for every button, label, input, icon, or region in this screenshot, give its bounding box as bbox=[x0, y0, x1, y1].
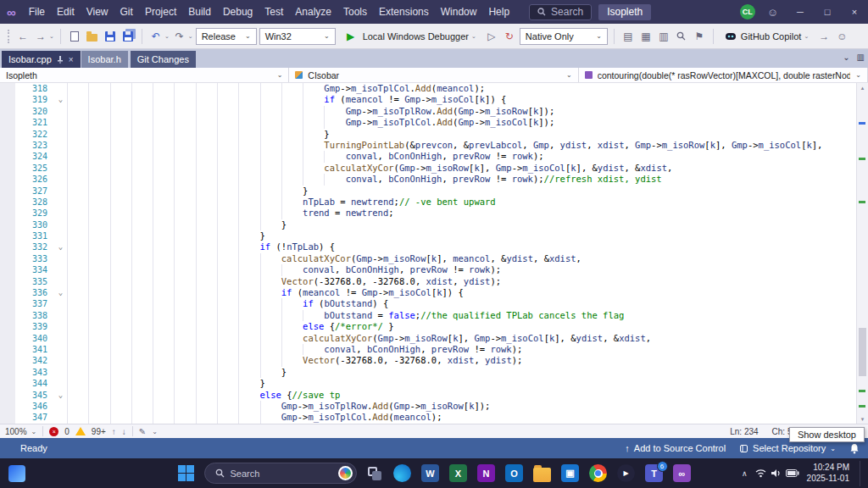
active-files-dropdown-icon[interactable]: ⌄ bbox=[843, 53, 849, 62]
breakpoint-margin[interactable] bbox=[0, 186, 15, 197]
breakpoint-margin[interactable] bbox=[0, 276, 15, 287]
code-line[interactable]: 331} bbox=[0, 230, 856, 241]
breakpoint-margin[interactable] bbox=[0, 355, 15, 366]
redo-icon[interactable]: ↷ bbox=[172, 28, 187, 45]
menu-extensions[interactable]: Extensions bbox=[373, 0, 435, 24]
code-line[interactable]: 342Vector(-32768.0, -32768.0, xdist, ydi… bbox=[0, 355, 856, 366]
breakpoint-margin[interactable] bbox=[0, 287, 15, 298]
solution-explorer-icon[interactable]: ▤ bbox=[620, 28, 636, 45]
code-line[interactable]: 333calculatXyCor(Gmp->m_isoRow[k], meanc… bbox=[0, 253, 856, 264]
code-line[interactable]: 339else {/*error*/ } bbox=[0, 321, 856, 332]
breakpoint-margin[interactable] bbox=[0, 378, 15, 389]
breakpoint-margin[interactable] bbox=[0, 344, 15, 355]
solution-name-chip[interactable]: Isopleth bbox=[598, 4, 651, 20]
code-line[interactable]: 322} bbox=[0, 129, 856, 140]
scroll-up-icon[interactable]: ▴ bbox=[857, 83, 868, 92]
project-scope-dropdown[interactable]: Isopleth ⌄ bbox=[0, 68, 289, 82]
breakpoint-margin[interactable] bbox=[0, 174, 15, 185]
send-feedback-icon[interactable]: ☺ bbox=[834, 28, 849, 45]
close-tab-icon[interactable]: × bbox=[69, 55, 74, 64]
code-line[interactable]: 335Vector(-32768.0, -32768.0, xdist, ydi… bbox=[0, 276, 856, 287]
code-line[interactable]: 318Gmp->m_isoTplCol.Add(meancol); bbox=[0, 83, 856, 94]
redo-dropdown-icon[interactable]: ⌄ bbox=[188, 33, 193, 40]
code-line[interactable]: 347Gmp->m_isoTplCol.Add(meancol); bbox=[0, 412, 856, 423]
analysis-scope-dropdown[interactable]: Native Only ⌄ bbox=[520, 28, 608, 45]
code-line[interactable]: 336⌄if (meancol != Gmp->m_isoCol[k]) { bbox=[0, 287, 856, 298]
visual-studio-icon[interactable]: ∞ bbox=[672, 463, 693, 484]
platform-dropdown[interactable]: Win32 ⌄ bbox=[259, 28, 336, 45]
start-without-debugging-icon[interactable]: ▷ bbox=[484, 28, 499, 45]
menu-edit[interactable]: Edit bbox=[51, 0, 81, 24]
menu-test[interactable]: Test bbox=[259, 0, 289, 24]
task-view-icon[interactable] bbox=[364, 463, 385, 484]
pin-icon[interactable] bbox=[57, 56, 64, 64]
quick-settings-button[interactable] bbox=[755, 469, 799, 478]
show-desktop-button[interactable] bbox=[860, 461, 863, 486]
fold-chevron-icon[interactable]: ⌄ bbox=[54, 390, 67, 401]
navigate-forward-icon[interactable]: → bbox=[33, 28, 48, 45]
chrome-icon[interactable] bbox=[588, 463, 609, 484]
menu-file[interactable]: File bbox=[23, 0, 51, 24]
close-button[interactable]: × bbox=[841, 0, 868, 24]
line-indicator[interactable]: Ln: 234 bbox=[730, 427, 758, 436]
menu-window[interactable]: Window bbox=[435, 0, 483, 24]
breakpoint-margin[interactable] bbox=[0, 219, 15, 230]
fold-chevron-icon[interactable]: ⌄ bbox=[54, 241, 67, 252]
save-icon[interactable] bbox=[103, 28, 118, 45]
breakpoint-margin[interactable] bbox=[0, 163, 15, 174]
breakpoint-margin[interactable] bbox=[0, 129, 15, 140]
code-line[interactable]: 343} bbox=[0, 367, 856, 378]
output-window-icon[interactable]: ▥ bbox=[656, 28, 671, 45]
code-line[interactable]: 321Gmp->m_isoTplCol.Add(Gmp->m_isoCol[k]… bbox=[0, 117, 856, 128]
start-button[interactable] bbox=[176, 463, 197, 484]
navigation-dropdown-icon[interactable]: ⌄ bbox=[49, 33, 54, 40]
word-icon[interactable]: W bbox=[420, 463, 441, 484]
breakpoint-margin[interactable] bbox=[0, 401, 15, 412]
code-line[interactable]: 340calculatXyCor(Gmp->m_isoRow[k], Gmp->… bbox=[0, 333, 856, 344]
code-line[interactable]: 345⌄else {//save tp bbox=[0, 390, 856, 401]
toolbar-grip[interactable] bbox=[8, 30, 10, 43]
taskbar-clock[interactable]: 10:24 PM 2025-11-01 bbox=[807, 463, 849, 484]
breakpoint-margin[interactable] bbox=[0, 321, 15, 332]
minimize-button[interactable]: ─ bbox=[787, 0, 814, 24]
onenote-icon[interactable]: N bbox=[476, 463, 497, 484]
hidden-icons-chevron-icon[interactable]: ∧ bbox=[742, 469, 748, 478]
new-file-icon[interactable] bbox=[67, 28, 82, 45]
code-lines[interactable]: 318Gmp->m_isoTplCol.Add(meancol);319⌄if … bbox=[0, 83, 856, 424]
code-line[interactable]: 330} bbox=[0, 219, 856, 230]
breakpoint-margin[interactable] bbox=[0, 140, 15, 151]
code-line[interactable]: 346Gmp->m_isoTplRow.Add(Gmp->m_isoRow[k]… bbox=[0, 401, 856, 412]
menu-debug[interactable]: Debug bbox=[217, 0, 259, 24]
code-line[interactable]: 332⌄if (!nTpLab) { bbox=[0, 241, 856, 252]
breakpoint-margin[interactable] bbox=[0, 197, 15, 208]
fold-chevron-icon[interactable]: ⌄ bbox=[54, 287, 67, 298]
code-line[interactable]: 341conval, bConOnHigh, prevRow != rowk); bbox=[0, 344, 856, 355]
breakpoint-margin[interactable] bbox=[0, 367, 15, 378]
widgets-icon[interactable] bbox=[8, 465, 25, 482]
scroll-down-icon[interactable]: ▾ bbox=[857, 414, 868, 424]
member-dropdown[interactable]: contouring(double(* rasRowVector)[MAXCOL… bbox=[579, 68, 868, 82]
zoom-control[interactable]: 100% ⌄ bbox=[5, 427, 36, 436]
feedback-icon[interactable]: ☺ bbox=[767, 6, 778, 19]
breakpoint-margin[interactable] bbox=[0, 253, 15, 264]
code-line[interactable]: 324conval, bConOnHigh, prevRow != rowk); bbox=[0, 151, 856, 162]
code-line[interactable]: 323TurningPointLab(&prevcon, &prevLabcol… bbox=[0, 140, 856, 151]
add-to-source-control-button[interactable]: ↑ Add to Source Control bbox=[625, 443, 726, 453]
breakpoint-margin[interactable] bbox=[0, 298, 15, 309]
code-line[interactable]: 328nTpLab = newtrend;// -ve bent upward bbox=[0, 197, 856, 208]
breakpoint-margin[interactable] bbox=[0, 241, 15, 252]
maximize-button[interactable]: □ bbox=[814, 0, 841, 24]
user-avatar[interactable]: CL bbox=[740, 4, 755, 19]
notifications-bell-icon[interactable] bbox=[849, 443, 860, 454]
tab-isobar-cpp[interactable]: Isobar.cpp × bbox=[2, 51, 81, 68]
breakpoint-margin[interactable] bbox=[0, 230, 15, 241]
search-highlights-icon[interactable] bbox=[338, 466, 353, 480]
media-player-icon[interactable]: ▶ bbox=[616, 463, 637, 484]
find-in-files-icon[interactable] bbox=[674, 28, 689, 45]
breakpoint-margin[interactable] bbox=[0, 412, 15, 423]
title-search-box[interactable]: Search bbox=[529, 4, 592, 20]
bookmark-icon[interactable]: ⚑ bbox=[692, 28, 707, 45]
code-line[interactable]: 319⌄if (meancol != Gmp->m_isoCol[k]) { bbox=[0, 94, 856, 105]
breakpoint-margin[interactable] bbox=[0, 83, 15, 94]
teams-icon[interactable]: T6 bbox=[644, 463, 665, 484]
